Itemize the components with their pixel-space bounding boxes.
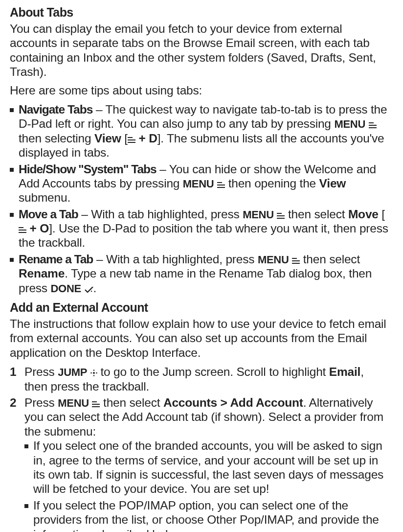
sep: –	[157, 162, 169, 176]
svg-point-22	[90, 372, 92, 374]
menu-icon	[217, 182, 225, 188]
txt: then opening the	[225, 177, 319, 190]
svg-rect-15	[292, 258, 297, 259]
tip-title: Move a Tab	[19, 208, 78, 221]
svg-rect-0	[369, 122, 374, 123]
jump-label: JUMP	[58, 366, 87, 378]
svg-rect-6	[217, 182, 222, 183]
txt: submenu.	[19, 191, 70, 204]
step-2-sublist: If you select one of the branded account…	[24, 439, 388, 532]
svg-rect-11	[277, 218, 285, 219]
email-label: Email	[329, 365, 360, 378]
step-body: Press JUMP to go to the Jump screen. Scr…	[24, 365, 388, 393]
shortcut: + O	[26, 222, 49, 235]
txt: If you select one of the branded account…	[33, 439, 383, 495]
step-body: Press MENU then select Accounts > Add Ac…	[24, 395, 388, 439]
step-1: 1 Press JUMP to go to the Jump screen. S…	[10, 365, 388, 393]
svg-rect-13	[19, 230, 26, 231]
menu-icon	[369, 122, 377, 128]
step-number: 1	[10, 365, 24, 393]
svg-point-18	[90, 290, 91, 291]
tip-title: Navigate Tabs	[19, 103, 92, 116]
menu-label: MENU	[243, 208, 274, 221]
tips-intro: Here are some tips about using tabs:	[10, 83, 388, 97]
step-number: 2	[10, 395, 24, 439]
svg-point-21	[93, 375, 94, 376]
menu-label: MENU	[58, 397, 89, 409]
svg-rect-1	[369, 125, 377, 126]
tip-hide-show: Hide/Show "System" Tabs – You can hide o…	[10, 162, 388, 205]
step-2: 2 Press MENU then select Accounts > Add …	[10, 395, 388, 532]
tip-rename-tab: Rename a Tab – With a tab highlighted, p…	[10, 252, 388, 295]
move-label: Move	[348, 208, 379, 221]
tip-title: Rename a Tab	[19, 253, 93, 266]
txt: Press	[24, 396, 58, 409]
txt: .	[93, 281, 97, 295]
menu-label: MENU	[334, 118, 365, 130]
heading-add-account: Add an External Account	[10, 300, 388, 315]
add-account-intro: The instructions that follow explain how…	[10, 317, 388, 360]
svg-rect-10	[277, 215, 285, 216]
about-tabs-intro: You can display the email you fetch to y…	[10, 22, 388, 79]
svg-point-20	[93, 370, 94, 371]
tip-navigate-tabs: Navigate Tabs – The quickest way to navi…	[10, 102, 388, 160]
tips-list: Navigate Tabs – The quickest way to navi…	[10, 102, 388, 295]
heading-about-tabs: About Tabs	[10, 5, 388, 20]
sep: –	[78, 208, 91, 221]
svg-rect-7	[217, 185, 225, 185]
svg-rect-26	[92, 406, 100, 407]
svg-point-19	[93, 372, 95, 374]
txt: to go to the Jump screen. Scroll to high…	[97, 365, 329, 378]
menu-label: MENU	[183, 178, 214, 190]
svg-rect-14	[19, 232, 26, 233]
menu-icon	[277, 213, 285, 219]
check-icon	[85, 287, 93, 293]
svg-rect-12	[19, 227, 23, 228]
txt: then select	[285, 208, 348, 221]
txt: [	[379, 208, 385, 221]
view-label: View	[319, 177, 346, 190]
sep: –	[93, 253, 106, 266]
accounts-path: Accounts > Add Account	[163, 396, 303, 409]
txt: [	[121, 132, 128, 145]
svg-rect-9	[277, 213, 282, 214]
svg-rect-5	[128, 142, 135, 143]
menu-label: MENU	[258, 254, 289, 266]
page-content: About Tabs You can display the email you…	[10, 5, 388, 532]
svg-rect-8	[217, 187, 225, 188]
svg-rect-24	[92, 401, 97, 402]
txt: then select	[300, 253, 360, 266]
shortcut: + D	[135, 132, 157, 145]
txt: With a tab highlighted, press	[91, 208, 243, 221]
tip-title: Hide/Show "System" Tabs	[19, 162, 157, 176]
rename-label: Rename	[19, 267, 65, 280]
txt: then selecting	[19, 132, 94, 145]
svg-rect-2	[369, 127, 377, 128]
txt: then select	[100, 396, 163, 409]
svg-rect-25	[92, 404, 100, 405]
sub-item: If you select the POP/IMAP option, you c…	[24, 498, 388, 532]
add-account-steps: 1 Press JUMP to go to the Jump screen. S…	[10, 365, 388, 532]
tip-move-tab: Move a Tab – With a tab highlighted, pre…	[10, 207, 388, 250]
svg-rect-4	[128, 139, 135, 140]
menu-icon	[128, 137, 135, 143]
svg-rect-16	[292, 260, 300, 261]
jump-icon	[90, 370, 97, 376]
menu-icon	[19, 227, 26, 233]
txt: If you select the POP/IMAP option, you c…	[33, 499, 379, 532]
svg-rect-17	[292, 263, 300, 264]
sep: –	[92, 103, 105, 116]
txt: Press	[24, 365, 58, 378]
sub-item: If you select one of the branded account…	[24, 439, 388, 496]
menu-icon	[292, 258, 300, 264]
svg-rect-3	[128, 137, 133, 138]
menu-icon	[92, 401, 100, 407]
view-label: View	[94, 132, 121, 145]
txt: With a tab highlighted, press	[106, 253, 258, 266]
done-label: DONE	[51, 282, 81, 295]
txt: ]. Use the D-Pad to position the tab whe…	[19, 222, 388, 249]
